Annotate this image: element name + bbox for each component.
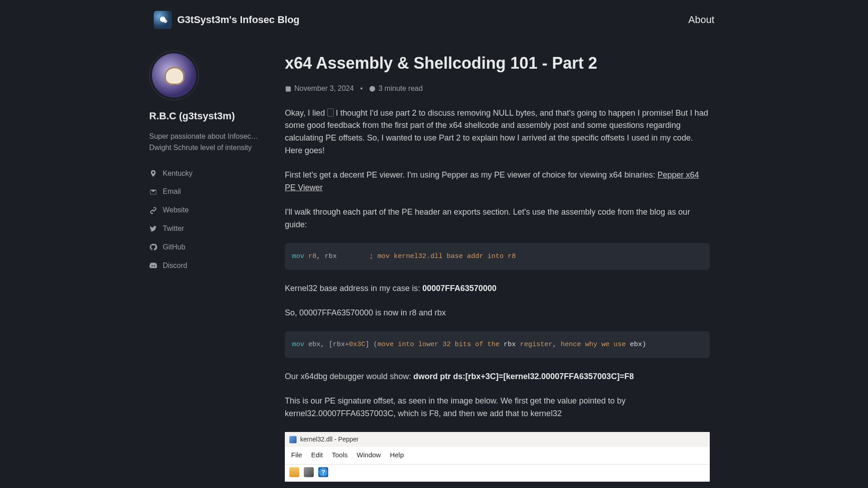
debugger-output: dword ptr ds:[rbx+3C]=[kernel32.00007FFA…: [413, 372, 634, 381]
pe-titlebar: kernel32.dll - Pepper: [285, 432, 710, 447]
paragraph-walkthrough: I'll walk through each part of the PE he…: [285, 206, 710, 231]
twitter-icon: [149, 225, 157, 233]
pe-menu-bar: File Edit Tools Window Help: [285, 447, 710, 464]
paragraph-pe-signature: This is our PE signature offset, as seen…: [285, 395, 710, 420]
pe-menu-help: Help: [390, 450, 404, 460]
site-logo-icon: [154, 11, 172, 29]
code-block-2: mov ebx, [rbx+0x3C] (move into lower 32 …: [285, 331, 710, 358]
post-date: November 3, 2024: [285, 83, 354, 94]
sidebar-discord-label: Discord: [163, 260, 187, 272]
missing-emoji-icon: [327, 108, 334, 117]
page-container: R.B.C (g3tsyst3m) Super passionate about…: [149, 40, 719, 488]
pe-open-folder-icon: [289, 467, 299, 477]
paragraph-debugger: Our x64dbg debugger would show: dword pt…: [285, 371, 710, 383]
site-header: G3tSyst3m's Infosec Blog About: [0, 0, 868, 40]
avatar-image: [152, 53, 196, 98]
pe-menu-tools: Tools: [332, 450, 348, 460]
paragraph-intro: Okay, I lied I thought I'd use part 2 to…: [285, 107, 710, 158]
brand-title: G3tSyst3m's Infosec Blog: [177, 12, 300, 28]
pe-window-title: kernel32.dll - Pepper: [300, 435, 359, 445]
post-read-time: 3 minute read: [369, 83, 423, 94]
pe-menu-window: Window: [357, 450, 381, 460]
calendar-icon: [285, 85, 292, 92]
post-title: x64 Assembly & Shellcoding 101 - Part 2: [285, 51, 710, 76]
sidebar-website-label: Website: [163, 205, 189, 216]
sidebar-location-label: Kentucky: [163, 168, 193, 179]
author-name: R.B.C (g3tsyst3m): [149, 108, 267, 124]
paragraph-pe-viewer: First let's get a decent PE viewer. I'm …: [285, 169, 710, 194]
sidebar-twitter-label: Twitter: [163, 223, 184, 235]
email-icon: [149, 188, 157, 196]
pe-help-icon: [318, 467, 328, 477]
base-address-value: 00007FFA63570000: [422, 284, 496, 293]
author-bio: Super passionate about Infosec… Dwight S…: [149, 131, 267, 154]
sidebar-item-email[interactable]: Email: [149, 183, 267, 201]
code-block-1: mov r8, rbx ; mov kernel32.dll base addr…: [285, 243, 710, 270]
sidebar-item-location: Kentucky: [149, 164, 267, 183]
avatar: [149, 51, 199, 100]
discord-icon: [149, 262, 157, 270]
sidebar-item-github[interactable]: GitHub: [149, 238, 267, 257]
pe-viewer-screenshot: kernel32.dll - Pepper File Edit Tools Wi…: [285, 432, 710, 482]
sidebar: R.B.C (g3tsyst3m) Super passionate about…: [149, 51, 267, 482]
nav-about-link[interactable]: About: [689, 12, 715, 28]
sidebar-github-label: GitHub: [163, 242, 185, 253]
sidebar-email-label: Email: [163, 186, 181, 197]
main-content: x64 Assembly & Shellcoding 101 - Part 2 …: [285, 51, 710, 482]
post-body: Okay, I lied I thought I'd use part 2 to…: [285, 107, 710, 482]
pe-app-icon: [289, 436, 297, 443]
brand[interactable]: G3tSyst3m's Infosec Blog: [154, 11, 300, 29]
post-read-time-text: 3 minute read: [378, 83, 423, 94]
meta-separator: •: [360, 83, 363, 94]
sidebar-item-discord[interactable]: Discord: [149, 257, 267, 275]
post-date-text: November 3, 2024: [294, 83, 354, 94]
paragraph-base-address: Kernel32 base address in my case is: 000…: [285, 282, 710, 295]
location-pin-icon: [149, 169, 157, 178]
pe-menu-file: File: [291, 450, 302, 460]
post-meta: November 3, 2024 • 3 minute read: [285, 83, 710, 94]
link-icon: [149, 206, 157, 215]
pe-edit-icon: [304, 467, 314, 477]
sidebar-item-twitter[interactable]: Twitter: [149, 220, 267, 238]
pe-menu-edit: Edit: [311, 450, 323, 460]
sidebar-item-website[interactable]: Website: [149, 201, 267, 220]
clock-icon: [369, 85, 376, 92]
pe-toolbar: [285, 465, 710, 482]
paragraph-r8-rbx: So, 00007FFA63570000 is now in r8 and rb…: [285, 307, 710, 319]
sidebar-links: Kentucky Email Website Twitter GitHub Di…: [149, 164, 267, 275]
github-icon: [149, 243, 157, 251]
